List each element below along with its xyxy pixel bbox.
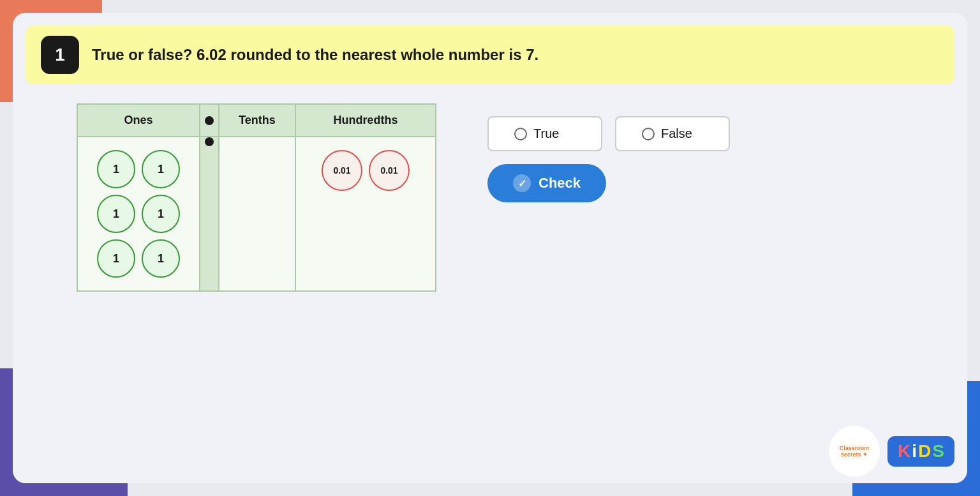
hundredths-cell: 0.01 0.01: [295, 137, 436, 291]
ones-grid: 1 1 1 1 1 1: [91, 144, 186, 284]
kids-logo: K i D S: [887, 436, 954, 467]
kids-letter-k: K: [898, 441, 910, 462]
ones-circle-3: 1: [97, 195, 135, 233]
kids-letter-s: S: [932, 441, 944, 462]
check-button[interactable]: ✓ Check: [487, 164, 606, 202]
hundredths-circle-1: 0.01: [322, 150, 362, 191]
ones-header: Ones: [77, 104, 200, 137]
ones-cell: 1 1 1 1 1 1: [77, 137, 200, 291]
false-radio: [642, 128, 655, 140]
true-radio: [514, 128, 527, 140]
decimal-dot-header: [205, 116, 214, 125]
answer-options: True False: [487, 116, 730, 151]
tenths-header: Tenths: [219, 104, 295, 137]
question-text: True or false? 6.02 rounded to the neare…: [92, 46, 538, 64]
tenths-cell: [219, 137, 295, 291]
question-header: 1 True or false? 6.02 rounded to the nea…: [26, 26, 954, 84]
kids-letter-i: i: [912, 441, 917, 462]
check-icon: ✓: [513, 174, 531, 192]
decimal-dot-body: [205, 137, 214, 146]
content-area: Ones Tenths Hundredths 1 1 1: [26, 103, 954, 292]
bottom-logos: Classroomsecrets ✦ K i D S: [829, 426, 954, 477]
place-value-table: Ones Tenths Hundredths 1 1 1: [77, 103, 436, 292]
classroom-secrets-logo: Classroomsecrets ✦: [829, 426, 880, 477]
check-label: Check: [538, 175, 581, 192]
dot-cell: [200, 137, 219, 291]
false-option[interactable]: False: [615, 116, 730, 151]
ones-circle-6: 1: [142, 239, 180, 278]
ones-circle-2: 1: [142, 150, 180, 188]
ones-circle-5: 1: [97, 239, 135, 278]
true-option[interactable]: True: [487, 116, 602, 151]
dot-header: [200, 104, 219, 137]
answer-section: True False ✓ Check: [487, 116, 730, 202]
hundredths-circle-2: 0.01: [369, 150, 410, 191]
ones-circle-4: 1: [142, 195, 180, 233]
hundredths-grid: 0.01 0.01: [309, 144, 422, 197]
hundredths-header: Hundredths: [295, 104, 436, 137]
main-content: 1 True or false? 6.02 rounded to the nea…: [13, 13, 967, 483]
classroom-secrets-text: Classroomsecrets ✦: [840, 445, 870, 458]
kids-letter-d: D: [918, 441, 931, 462]
question-number: 1: [41, 36, 79, 74]
false-label: False: [661, 126, 692, 141]
true-label: True: [533, 126, 559, 141]
ones-circle-1: 1: [97, 150, 135, 188]
